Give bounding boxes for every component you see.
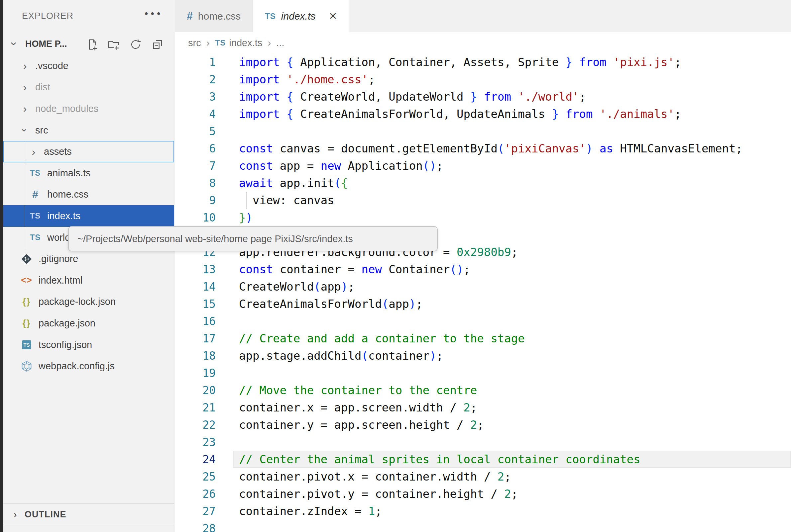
code-line-5[interactable]: 5 [175, 122, 791, 140]
line-number[interactable]: 17 [175, 332, 216, 345]
code-line-26[interactable]: 26container.pivot.y = container.height /… [175, 485, 791, 502]
tree-item-dist[interactable]: ›dist [3, 77, 174, 98]
file-path-tooltip: ~/Projects/Web/personal web-site/home pa… [68, 226, 438, 251]
line-content: import { Application, Container, Assets,… [216, 55, 681, 69]
line-number[interactable]: 19 [175, 367, 216, 380]
html-file-icon: <> [21, 275, 32, 286]
breadcrumb-item-file[interactable]: index.ts [229, 38, 262, 49]
tree-item-src[interactable]: ›src [3, 119, 174, 141]
timeline-section[interactable]: › TIMELINE [3, 525, 174, 532]
close-icon[interactable]: ✕ [329, 10, 337, 22]
breadcrumb-item-src[interactable]: src [188, 38, 201, 49]
line-number[interactable]: 2 [175, 73, 216, 86]
tree-item-animals-ts[interactable]: TSanimals.ts [3, 163, 174, 184]
refresh-button[interactable] [128, 37, 143, 52]
code-line-6[interactable]: 6const canvas = document.getElementById(… [175, 140, 791, 157]
workspace-name: HOME P... [25, 39, 67, 49]
code-line-28[interactable]: 28 [175, 520, 791, 532]
tree-item-node-modules[interactable]: ›node_modules [3, 98, 174, 119]
chevron-right-icon[interactable]: › [18, 82, 32, 93]
tree-item-package-json[interactable]: {}package.json [3, 312, 174, 334]
tree-item-index-html[interactable]: <>index.html [3, 270, 174, 291]
line-number[interactable]: 21 [175, 401, 216, 414]
line-number[interactable]: 20 [175, 384, 216, 397]
code-line-19[interactable]: 19 [175, 364, 791, 382]
line-content: view: canvas [216, 194, 334, 207]
tree-item-webpack-config-js[interactable]: webpack.config.js [3, 355, 174, 377]
line-number[interactable]: 27 [175, 505, 216, 518]
collapse-all-button[interactable] [150, 37, 165, 52]
line-content: container.x = app.screen.width / 2; [216, 401, 477, 414]
line-content: // Create and add a container to the sta… [216, 332, 525, 345]
tree-item-package-lock-json[interactable]: {}package-lock.json [3, 291, 174, 313]
tree-item-label: animals.ts [47, 168, 91, 179]
chevron-right-icon[interactable]: › [18, 60, 32, 71]
code-line-18[interactable]: 18app.stage.addChild(container); [175, 347, 791, 364]
code-line-22[interactable]: 22container.y = app.screen.height / 2; [175, 416, 791, 433]
code-editor[interactable]: 1import { Application, Container, Assets… [175, 54, 791, 532]
line-number[interactable]: 15 [175, 298, 216, 310]
tree-item-label: node_modules [35, 103, 98, 114]
workspace-section-header[interactable]: › HOME P... [3, 33, 174, 55]
tab-home-css[interactable]: # home.css [175, 0, 253, 32]
code-line-9[interactable]: 9 view: canvas [175, 192, 791, 209]
line-number[interactable]: 22 [175, 418, 216, 431]
tree-item-index-ts[interactable]: TSindex.ts [3, 205, 174, 227]
line-number[interactable]: 24 [175, 453, 216, 466]
code-line-15[interactable]: 15CreateAnimalsForWorld(app); [175, 295, 791, 312]
code-line-24[interactable]: 24// Center the animal sprites in local … [175, 451, 791, 468]
new-folder-button[interactable] [106, 37, 121, 52]
line-number[interactable]: 18 [175, 349, 216, 362]
code-line-21[interactable]: 21container.x = app.screen.width / 2; [175, 399, 791, 416]
code-line-17[interactable]: 17// Create and add a container to the s… [175, 330, 791, 347]
line-number[interactable]: 25 [175, 470, 216, 483]
explorer-header: EXPLORER ••• [3, 0, 174, 33]
code-line-20[interactable]: 20// Move the container to the centre [175, 382, 791, 399]
tree-item--gitignore[interactable]: .gitignore [3, 248, 174, 270]
chevron-right-icon[interactable]: › [26, 147, 40, 157]
code-line-25[interactable]: 25container.pivot.x = container.width / … [175, 468, 791, 485]
more-actions-icon[interactable]: ••• [145, 8, 163, 19]
line-number[interactable]: 3 [175, 90, 216, 103]
line-number[interactable]: 1 [175, 56, 216, 69]
chevron-right-icon[interactable]: › [18, 103, 32, 114]
code-line-23[interactable]: 23 [175, 433, 791, 451]
tree-item-home-css[interactable]: #home.css [3, 184, 174, 206]
code-line-14[interactable]: 14CreateWorld(app); [175, 278, 791, 295]
code-line-7[interactable]: 7const app = new Application(); [175, 157, 791, 174]
code-line-13[interactable]: 13const container = new Container(); [175, 261, 791, 278]
line-number[interactable]: 7 [175, 159, 216, 172]
code-line-2[interactable]: 2import './home.css'; [175, 71, 791, 88]
line-number[interactable]: 4 [175, 108, 216, 120]
code-line-8[interactable]: 8await app.init({ [175, 174, 791, 192]
outline-section[interactable]: › OUTLINE [3, 504, 174, 525]
chevron-down-icon[interactable]: › [8, 38, 21, 50]
line-number[interactable]: 6 [175, 142, 216, 155]
tree-item-tsconfig-json[interactable]: TStsconfig.json [3, 334, 174, 356]
tree-item--vscode[interactable]: ›.vscode [3, 55, 174, 77]
line-number[interactable]: 13 [175, 263, 216, 276]
line-number[interactable]: 26 [175, 488, 216, 500]
line-content: app.stage.addChild(container); [216, 349, 443, 362]
chevron-right-icon: › [268, 37, 271, 49]
tree-item-assets[interactable]: ›assets [3, 141, 174, 163]
line-number[interactable]: 14 [175, 280, 216, 293]
chevron-down-icon[interactable]: › [20, 123, 30, 137]
code-line-10[interactable]: 10}) [175, 209, 791, 226]
line-number[interactable]: 5 [175, 125, 216, 138]
tab-index-ts[interactable]: TS index.ts ✕ [253, 0, 349, 32]
code-line-27[interactable]: 27container.zIndex = 1; [175, 502, 791, 520]
line-number[interactable]: 23 [175, 436, 216, 449]
new-file-button[interactable] [85, 37, 99, 52]
line-number[interactable]: 10 [175, 211, 216, 224]
line-number[interactable]: 9 [175, 194, 216, 207]
tab-bar: # home.css TS index.ts ✕ [175, 0, 791, 32]
line-number[interactable]: 28 [175, 522, 216, 532]
code-line-3[interactable]: 3import { CreateWorld, UpdateWorld } fro… [175, 88, 791, 105]
code-line-4[interactable]: 4import { CreateAnimalsForWorld, UpdateA… [175, 105, 791, 122]
breadcrumb-ellipsis[interactable]: ... [276, 38, 284, 49]
code-line-1[interactable]: 1import { Application, Container, Assets… [175, 54, 791, 71]
code-line-16[interactable]: 16 [175, 312, 791, 330]
line-number[interactable]: 8 [175, 177, 216, 190]
line-number[interactable]: 16 [175, 315, 216, 328]
